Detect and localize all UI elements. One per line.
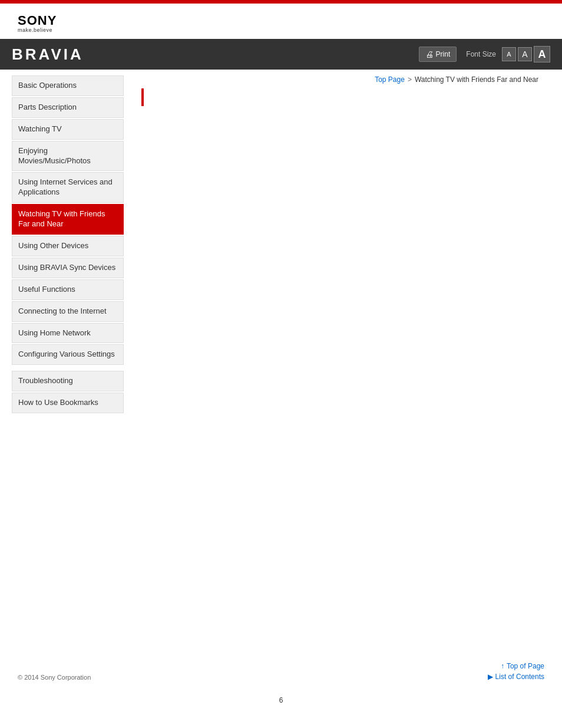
arrow-up-icon: ↑ [501, 662, 504, 670]
main-layout: Basic Operations Parts Description Watch… [0, 70, 562, 419]
sidebar-item-how-to-use[interactable]: How to Use Bookmarks [12, 393, 124, 413]
sony-brand: SONY [18, 14, 57, 27]
sony-tagline: make.believe [18, 27, 52, 33]
sidebar-item-using-other-devices[interactable]: Using Other Devices [12, 236, 124, 256]
sidebar-item-using-bravia-sync[interactable]: Using BRAVIA Sync Devices [12, 258, 124, 278]
bravia-title: BRAVIA [12, 45, 84, 64]
logo-area: SONY make.believe [0, 4, 562, 39]
print-button[interactable]: 🖨 Print [419, 47, 457, 62]
top-of-page-label: Top of Page [507, 662, 544, 670]
sidebar-item-useful-functions[interactable]: Useful Functions [12, 279, 124, 300]
font-size-label: Font Size [466, 50, 496, 58]
footer-links: ↑ Top of Page ▶ List of Contents [488, 662, 544, 681]
content-header-line [141, 88, 538, 106]
sidebar-item-basic-operations[interactable]: Basic Operations [12, 75, 124, 96]
copyright-text: © 2014 Sony Corporation [18, 674, 91, 681]
list-of-contents-link[interactable]: ▶ List of Contents [488, 673, 544, 681]
breadcrumb-separator: > [408, 75, 412, 84]
breadcrumb: Top Page > Watching TV with Friends Far … [141, 75, 538, 84]
sidebar-item-watching-tv-friends[interactable]: Watching TV with Friends Far and Near [12, 204, 124, 235]
sony-logo: SONY make.believe [18, 14, 544, 33]
content-area: Top Page > Watching TV with Friends Far … [130, 70, 550, 419]
sidebar-item-connecting-internet[interactable]: Connecting to the Internet [12, 301, 124, 322]
sidebar-item-parts-description[interactable]: Parts Description [12, 97, 124, 118]
font-large-button[interactable]: A [534, 46, 550, 62]
sidebar-item-using-home-network[interactable]: Using Home Network [12, 323, 124, 344]
sidebar: Basic Operations Parts Description Watch… [12, 70, 130, 419]
header-controls: 🖨 Print Font Size A A A [419, 46, 550, 62]
font-medium-button[interactable]: A [518, 47, 532, 61]
list-of-contents-label: List of Contents [495, 673, 544, 681]
sidebar-item-configuring-settings[interactable]: Configuring Various Settings [12, 344, 124, 365]
breadcrumb-top-link[interactable]: Top Page [375, 75, 405, 84]
print-icon: 🖨 [425, 50, 434, 59]
sidebar-item-enjoying-movies[interactable]: Enjoying Movies/Music/Photos [12, 141, 124, 172]
arrow-right-icon: ▶ [488, 673, 493, 681]
sidebar-main-group: Basic Operations Parts Description Watch… [12, 75, 124, 365]
breadcrumb-current: Watching TV with Friends Far and Near [415, 75, 538, 84]
font-size-controls: A A A [502, 46, 550, 62]
sidebar-secondary-group: Troubleshooting How to Use Bookmarks [12, 371, 124, 413]
header-bar: BRAVIA 🖨 Print Font Size A A A [0, 39, 562, 70]
page-number: 6 [0, 696, 562, 704]
print-label: Print [436, 50, 451, 58]
footer: © 2014 Sony Corporation ↑ Top of Page ▶ … [0, 662, 562, 681]
font-small-button[interactable]: A [502, 47, 516, 61]
sidebar-item-watching-tv[interactable]: Watching TV [12, 119, 124, 140]
top-of-page-link[interactable]: ↑ Top of Page [501, 662, 544, 670]
sidebar-item-troubleshooting[interactable]: Troubleshooting [12, 371, 124, 391]
sidebar-item-using-internet[interactable]: Using Internet Services and Applications [12, 172, 124, 203]
